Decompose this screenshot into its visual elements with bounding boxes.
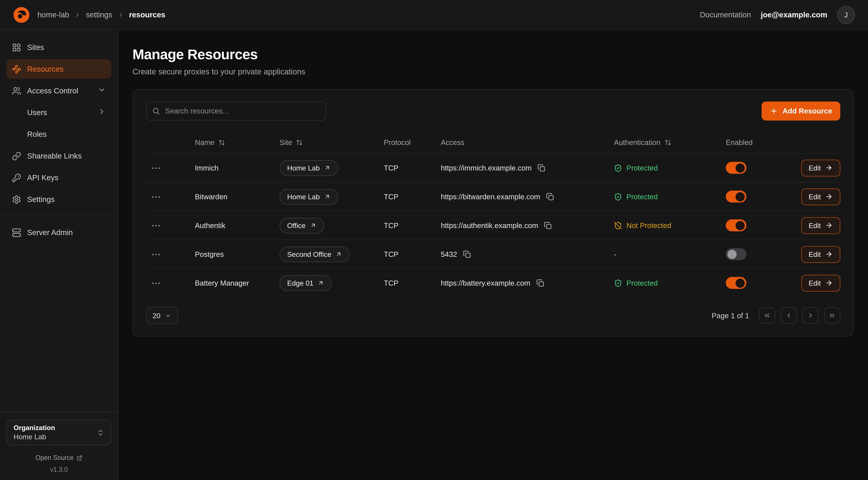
resource-protocol: TCP	[384, 192, 441, 201]
copy-button[interactable]	[537, 164, 546, 172]
site-link-button[interactable]: Second Office	[280, 246, 350, 262]
breadcrumb-resources: resources	[129, 10, 165, 19]
site-link-button[interactable]: Edge 01	[280, 275, 332, 291]
edit-button[interactable]: Edit	[801, 217, 840, 234]
plus-icon	[770, 107, 778, 115]
sidebar-item-roles[interactable]: Roles	[6, 124, 111, 144]
row-menu-button[interactable]: ⋯	[147, 189, 165, 204]
enabled-toggle[interactable]	[726, 162, 746, 174]
column-header-access: Access	[441, 138, 614, 146]
column-header-authentication[interactable]: Authentication	[614, 138, 726, 146]
resource-access-url: https://immich.example.com	[441, 164, 532, 172]
add-resource-button[interactable]: Add Resource	[762, 101, 840, 121]
chevrons-right-icon	[828, 312, 836, 319]
sidebar-item-resources[interactable]: Resources	[6, 59, 111, 79]
server-icon	[12, 228, 21, 237]
copy-button[interactable]	[544, 221, 552, 230]
resource-access-url: 5432	[441, 250, 457, 258]
row-menu-button[interactable]: ⋯	[147, 160, 165, 175]
resources-card: Add Resource Name Site Protocol	[132, 89, 854, 337]
table-row: ⋯ Immich Home Lab TCP https://immich.exa…	[146, 153, 840, 182]
edit-button[interactable]: Edit	[801, 246, 840, 263]
row-menu-button[interactable]: ⋯	[147, 246, 165, 262]
enabled-toggle[interactable]	[726, 248, 746, 260]
copy-button[interactable]	[536, 279, 544, 287]
column-header-enabled: Enabled	[726, 138, 800, 146]
next-page-button[interactable]	[802, 307, 818, 324]
sort-icon	[218, 139, 225, 146]
documentation-link[interactable]: Documentation	[700, 10, 751, 19]
enabled-toggle[interactable]	[726, 219, 746, 231]
edit-button[interactable]: Edit	[801, 275, 840, 291]
enabled-toggle[interactable]	[726, 190, 746, 203]
arrow-right-icon	[825, 164, 833, 172]
copy-icon	[544, 221, 552, 230]
page-size-select[interactable]: 20	[146, 307, 178, 324]
sort-icon	[664, 139, 671, 146]
table-row: ⋯ Authentik Office TCP https://authentik…	[146, 211, 840, 239]
breadcrumb-settings[interactable]: settings	[86, 10, 112, 19]
organization-switcher[interactable]: Organization Home Lab	[6, 420, 111, 445]
row-menu-button[interactable]: ⋯	[147, 275, 165, 291]
first-page-button[interactable]	[759, 307, 775, 324]
shield-check-icon	[614, 164, 622, 172]
copy-button[interactable]	[546, 192, 554, 201]
ellipsis-icon: ⋯	[151, 162, 161, 174]
column-header-name[interactable]: Name	[195, 138, 280, 146]
copy-icon	[536, 279, 544, 287]
chevrons-left-icon	[763, 312, 771, 319]
copy-button[interactable]	[463, 250, 471, 258]
edit-button[interactable]: Edit	[801, 188, 840, 205]
sidebar-divider	[0, 216, 118, 216]
version-label: v1.3.0	[6, 466, 111, 474]
main-content: Manage Resources Create secure proxies t…	[118, 30, 868, 480]
copy-icon	[463, 250, 471, 258]
app-window: home-lab settings resources Documentatio…	[0, 0, 868, 480]
previous-page-button[interactable]	[781, 307, 797, 324]
chevron-right-icon	[807, 312, 814, 319]
resource-protocol: TCP	[384, 250, 441, 258]
pagination: 20 Page 1 of 1	[146, 307, 840, 324]
arrow-up-right-icon	[324, 164, 331, 171]
sidebar-item-settings[interactable]: Settings	[6, 189, 111, 209]
edit-button[interactable]: Edit	[801, 159, 840, 176]
sidebar-item-sites[interactable]: Sites	[6, 37, 111, 57]
table-row: ⋯ Bitwarden Home Lab TCP https://bitward…	[146, 182, 840, 211]
column-header-protocol: Protocol	[384, 138, 441, 146]
sort-icon	[296, 139, 303, 146]
ellipsis-icon: ⋯	[151, 220, 161, 231]
last-page-button[interactable]	[824, 307, 840, 324]
auth-status: Protected	[614, 279, 726, 287]
site-link-button[interactable]: Home Lab	[280, 189, 338, 205]
site-link-button[interactable]: Home Lab	[280, 160, 338, 176]
resource-access-url: https://authentik.example.com	[441, 221, 538, 230]
column-header-site[interactable]: Site	[280, 138, 384, 146]
sidebar-item-api-keys[interactable]: API Keys	[6, 168, 111, 187]
table-row: ⋯ Battery Manager Edge 01 TCP https://ba…	[146, 268, 840, 297]
resource-access-url: https://bitwarden.example.com	[441, 192, 540, 201]
auth-status: Protected	[614, 192, 726, 201]
avatar[interactable]: J	[837, 6, 855, 24]
page-title: Manage Resources	[132, 46, 854, 63]
search-icon	[152, 107, 160, 115]
grid-icon	[12, 43, 21, 52]
sidebar-item-shareable-links[interactable]: Shareable Links	[6, 146, 111, 166]
ellipsis-icon: ⋯	[151, 277, 161, 289]
open-source-link[interactable]: Open Source	[6, 454, 111, 461]
topbar: home-lab settings resources Documentatio…	[0, 0, 868, 30]
enabled-toggle[interactable]	[726, 277, 746, 289]
row-menu-button[interactable]: ⋯	[147, 218, 165, 233]
search-input[interactable]	[146, 101, 326, 121]
resource-name: Battery Manager	[195, 279, 280, 287]
sidebar-item-server-admin[interactable]: Server Admin	[6, 222, 111, 242]
arrow-up-right-icon	[324, 193, 331, 200]
breadcrumb-home-lab[interactable]: home-lab	[37, 10, 69, 19]
sidebar-item-users[interactable]: Users	[6, 102, 111, 122]
site-link-button[interactable]: Office	[280, 217, 324, 233]
pangolin-logo	[13, 6, 30, 23]
chevron-right-icon	[74, 11, 81, 18]
resource-name: Bitwarden	[195, 192, 280, 201]
sidebar-item-access-control[interactable]: Access Control	[6, 81, 111, 100]
breadcrumb: home-lab settings resources	[37, 10, 165, 19]
organization-label: Organization	[13, 424, 92, 432]
